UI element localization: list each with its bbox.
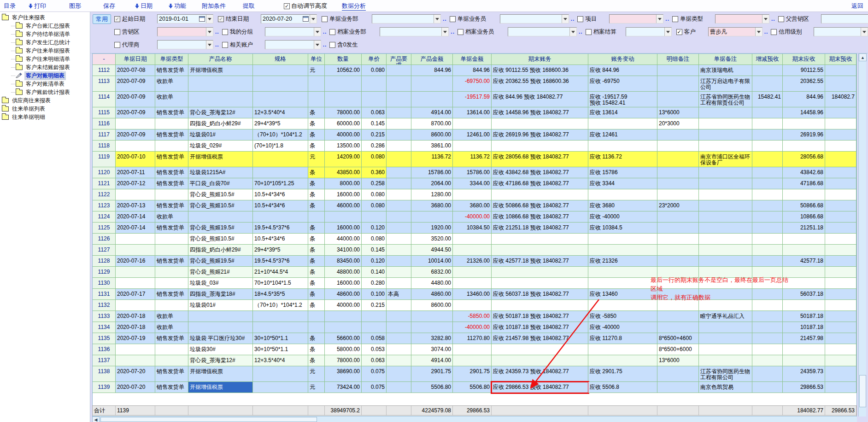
cell-end[interactable]: 应收 20362.55 预收 168600.36 bbox=[492, 76, 588, 92]
cell-pre[interactable] bbox=[825, 256, 856, 267]
cell-type[interactable] bbox=[155, 344, 188, 355]
cell-type[interactable]: 销售发货单 bbox=[155, 382, 188, 393]
sidebar-item-客户待结单据清单[interactable]: 客户待结单据清单 bbox=[0, 30, 90, 38]
cell-recv[interactable]: 21457.98 bbox=[783, 333, 825, 344]
cell-prod[interactable]: 垃圾袋1215A# bbox=[188, 167, 253, 178]
cell-qty[interactable]: 60000.00 bbox=[325, 118, 362, 129]
cell-date[interactable] bbox=[116, 234, 155, 245]
cell-damt[interactable] bbox=[453, 234, 492, 245]
cell-damt[interactable]: 1136.72 bbox=[453, 152, 492, 167]
cell-n[interactable]: 1126 bbox=[93, 234, 116, 245]
cell-pre[interactable] bbox=[825, 245, 856, 256]
cell-dnote[interactable]: 8*6500+6000 bbox=[657, 344, 699, 355]
cell-inc[interactable] bbox=[752, 366, 783, 382]
cell-damt[interactable]: 13460.00 bbox=[453, 289, 492, 300]
cell-pamt[interactable]: 4860.00 bbox=[411, 289, 453, 300]
cell-bnote[interactable] bbox=[699, 189, 752, 200]
auto-adjust-height-toggle[interactable]: ✓ 自动调节高度 bbox=[284, 2, 327, 10]
cell-n[interactable]: 1124 bbox=[93, 211, 116, 223]
toolbar-button-附加条件[interactable]: 附加条件 bbox=[202, 2, 226, 10]
cell-qty[interactable]: 43850.00 bbox=[325, 167, 362, 178]
cell-chg[interactable]: 应收 12461 bbox=[588, 129, 657, 141]
cell-recv[interactable]: 28056.68 bbox=[783, 152, 825, 167]
cell-date[interactable]: 2020-07-14 bbox=[116, 223, 155, 234]
cell-spec[interactable]: 12+3.5*40*4 bbox=[253, 107, 308, 118]
cell-recv[interactable]: 10187.18 bbox=[783, 322, 825, 333]
toolbar-button-打印[interactable]: 打印 bbox=[29, 2, 46, 10]
cell-damt[interactable] bbox=[453, 344, 492, 355]
cell-qty[interactable]: 48800.00 bbox=[325, 267, 362, 278]
cell-inc[interactable] bbox=[752, 234, 783, 245]
cell-damt[interactable] bbox=[453, 141, 492, 152]
cell-qty[interactable]: 38690.00 bbox=[325, 366, 362, 382]
cell-chg[interactable]: 应收 1136.72 bbox=[588, 152, 657, 167]
cell-chg[interactable] bbox=[588, 118, 657, 129]
cell-recv[interactable] bbox=[783, 344, 825, 355]
cell-unit[interactable]: 元 bbox=[308, 152, 325, 167]
chevron-down-icon[interactable] bbox=[206, 15, 213, 23]
cell-chg[interactable]: 应收 -40000 bbox=[588, 322, 657, 333]
cell-spec[interactable]: 30+10*50*1.1 bbox=[253, 344, 308, 355]
cell-qty[interactable]: 16000.00 bbox=[325, 223, 362, 234]
cell-n[interactable]: 1122 bbox=[93, 189, 116, 200]
cell-type[interactable] bbox=[155, 355, 188, 366]
cell-inc[interactable]: 15482.41 bbox=[752, 92, 783, 107]
cell-inc[interactable] bbox=[752, 322, 783, 333]
cell-damt[interactable] bbox=[453, 278, 492, 289]
cell-spec[interactable]: 29+4*39*5 bbox=[253, 118, 308, 129]
cell-inc[interactable] bbox=[752, 167, 783, 178]
cell-recv[interactable]: 42577.18 bbox=[783, 256, 825, 267]
cell-inc[interactable] bbox=[752, 178, 783, 189]
cell-inc[interactable] bbox=[752, 118, 783, 129]
cell-prod[interactable] bbox=[188, 311, 253, 322]
cell-spec[interactable] bbox=[253, 211, 308, 223]
cell-prod[interactable]: 开据增值税票 bbox=[188, 382, 253, 393]
cell-prod[interactable]: 四指袋_奶白小鲜29# bbox=[188, 118, 253, 129]
cell-end[interactable]: 应收 14458.96 预收 184082.77 bbox=[492, 107, 588, 118]
cell-prod[interactable]: 开据增值税票 bbox=[188, 65, 253, 76]
cell-inc[interactable] bbox=[752, 141, 783, 152]
cell-pamt[interactable] bbox=[411, 92, 453, 107]
more-options-link[interactable]: .. bbox=[764, 29, 768, 35]
checkbox-unchecked-icon[interactable] bbox=[672, 16, 678, 22]
cell-end[interactable] bbox=[492, 355, 588, 366]
cell-bnote[interactable]: 南京市浦口区全福环保设备厂 bbox=[699, 152, 752, 167]
calendar-icon[interactable] bbox=[303, 16, 309, 22]
cell-prod[interactable]: 平口袋_白袋70# bbox=[188, 178, 253, 189]
cell-bnote[interactable] bbox=[699, 141, 752, 152]
cell-n[interactable]: 1138 bbox=[93, 366, 116, 382]
cell-dnote[interactable] bbox=[657, 92, 699, 107]
cell-pamt[interactable]: 844.96 bbox=[411, 65, 453, 76]
checkbox-unchecked-icon[interactable] bbox=[114, 29, 120, 35]
cell-damt[interactable] bbox=[453, 355, 492, 366]
cell-prod[interactable]: 垃圾袋01# bbox=[188, 129, 253, 141]
cell-spec[interactable]: 29+4*39*5 bbox=[253, 245, 308, 256]
cell-spec[interactable]: 19.5+4.5*37*6 bbox=[253, 256, 308, 267]
cell-dnote[interactable] bbox=[657, 189, 699, 200]
cell-damt[interactable]: -40000.00 bbox=[453, 322, 492, 333]
cell-chg[interactable] bbox=[588, 245, 657, 256]
cell-date[interactable] bbox=[116, 344, 155, 355]
scroll-left-icon[interactable]: ◀ bbox=[92, 416, 100, 422]
cell-pamt[interactable]: 3520.00 bbox=[411, 234, 453, 245]
cell-unit[interactable]: 元 bbox=[308, 382, 325, 393]
cell-recv[interactable]: 29866.53 bbox=[783, 382, 825, 393]
cell-dnote[interactable] bbox=[657, 65, 699, 76]
cell-damt[interactable]: 844.96 bbox=[453, 65, 492, 76]
cell-end[interactable] bbox=[492, 234, 588, 245]
cell-req[interactable] bbox=[387, 223, 411, 234]
cell-pamt[interactable]: 8700.00 bbox=[411, 118, 453, 129]
cell-inc[interactable] bbox=[752, 344, 783, 355]
cell-prod[interactable] bbox=[188, 322, 253, 333]
cell-qty[interactable] bbox=[325, 76, 362, 92]
cell-spec[interactable]: 10.5+4*34*6 bbox=[253, 200, 308, 211]
cell-n[interactable]: 1129 bbox=[93, 267, 116, 278]
cell-dnote[interactable] bbox=[657, 245, 699, 256]
cell-type[interactable]: 销售发货单 bbox=[155, 223, 188, 234]
cell-unit[interactable]: 条 bbox=[308, 200, 325, 211]
cell-qty[interactable]: 56600.00 bbox=[325, 333, 362, 344]
cell-unit[interactable]: 条 bbox=[308, 344, 325, 355]
dropdown-信用级别[interactable] bbox=[814, 27, 868, 36]
checkbox-unchecked-icon[interactable] bbox=[114, 42, 120, 48]
cell-req[interactable] bbox=[387, 382, 411, 393]
